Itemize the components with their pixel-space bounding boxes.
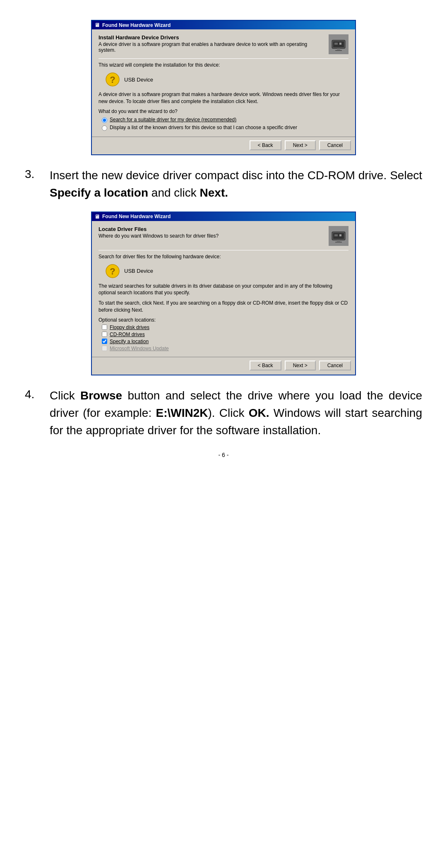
dialog2-checkbox1[interactable] (102, 325, 107, 330)
dialog1-option2-label[interactable]: Display a list of the known drivers for … (110, 125, 297, 130)
dialog1-title: Found New Hardware Wizard (102, 22, 171, 28)
dialog1-radio1[interactable] (102, 118, 107, 123)
dialog1-device-name: USB Device (124, 77, 153, 83)
dialog1-option1-label[interactable]: Search for a suitable driver for my devi… (110, 117, 236, 123)
dialog1-next-button[interactable]: Next > (285, 140, 316, 150)
dialog1-header-subtitle: A device driver is a software program th… (99, 41, 324, 53)
dialog1: 🖥 Found New Hardware Wizard Install Hard… (91, 20, 356, 155)
dialog1-back-button[interactable]: < Back (250, 140, 281, 150)
dialog2-cb1-row: Floppy disk drives (102, 325, 348, 330)
dialog1-section1: This wizard will complete the installati… (99, 62, 348, 68)
svg-text:?: ? (110, 75, 115, 85)
step3-text-middle: and click (148, 186, 200, 199)
step3-text: Insert the new device driver compact dis… (50, 167, 422, 202)
step4-text: Click Browse button and select the drive… (50, 387, 422, 439)
dialog2-body: Locate Driver Files Where do you want Wi… (92, 221, 355, 357)
page-number: - 6 - (25, 452, 422, 458)
dialog1-header-title: Install Hardware Device Drivers (99, 34, 324, 41)
dialog2-title: Found New Hardware Wizard (102, 214, 171, 219)
dialog2-divider (99, 250, 348, 250)
dialog2-device-name: USB Device (124, 268, 153, 274)
dialog2-desc1: The wizard searches for suitable drivers… (99, 283, 348, 297)
dialog2-buttons: < Back Next > Cancel (92, 357, 355, 375)
svg-rect-3 (339, 43, 341, 45)
dialog1-divider (99, 58, 348, 59)
svg-rect-10 (334, 234, 338, 236)
step4-text1: Click (50, 389, 80, 402)
dialog2-cb1-label[interactable]: Floppy disk drives (110, 325, 149, 330)
svg-rect-12 (337, 240, 340, 242)
svg-rect-4 (337, 48, 340, 50)
question-icon2: ? (105, 264, 120, 279)
dialog2-desc2: To start the search, click Next. If you … (99, 300, 348, 314)
dialog1-header-row: Install Hardware Device Drivers A device… (99, 34, 348, 54)
dialog2-checkbox3[interactable] (102, 339, 107, 344)
dialog2-cb2-row: CD-ROM drives (102, 332, 348, 337)
dialog2-header-title: Locate Driver Files (99, 226, 324, 232)
dialog1-buttons: < Back Next > Cancel (92, 137, 355, 154)
dialog1-titlebar: 🖥 Found New Hardware Wizard (92, 21, 355, 29)
step3-container: 3. Insert the new device driver compact … (25, 167, 422, 202)
question-icon: ? (105, 72, 120, 87)
svg-text:?: ? (110, 266, 115, 277)
svg-rect-5 (335, 50, 342, 51)
dialog2-next-button[interactable]: Next > (285, 361, 316, 370)
dialog2-header-text: Locate Driver Files Where do you want Wi… (99, 226, 324, 239)
hardware-icon2-svg (330, 228, 347, 244)
dialog2-cb4-row: Microsoft Windows Update (102, 346, 348, 351)
dialog2-cb3-label[interactable]: Specify a location (110, 339, 149, 344)
svg-rect-2 (334, 43, 338, 45)
dialog2-header-subtitle: Where do you want Windows to search for … (99, 233, 324, 239)
dialog2: 🖥 Found New Hardware Wizard Locate Drive… (91, 212, 356, 375)
svg-rect-11 (339, 234, 341, 236)
dialog1-hw-icon (329, 34, 348, 54)
dialog1-usb-row: ? USB Device (105, 72, 348, 87)
dialog2-usb-row: ? USB Device (105, 264, 348, 279)
dialog1-cancel-button[interactable]: Cancel (319, 140, 351, 150)
dialog2-cb3-row: Specify a location (102, 339, 348, 344)
dialog2-titlebar: 🖥 Found New Hardware Wizard (92, 212, 355, 221)
dialog1-body: Install Hardware Device Drivers A device… (92, 29, 355, 137)
dialog2-cb4-label: Microsoft Windows Update (110, 346, 169, 351)
dialog2-section1: Search for driver files for the followin… (99, 254, 348, 260)
step4-bold1: Browse (80, 389, 122, 402)
step4-number: 4. (25, 387, 50, 401)
step4-container: 4. Click Browse button and select the dr… (25, 387, 422, 439)
dialog1-option1-row: Search for a suitable driver for my devi… (102, 117, 348, 123)
step4-text3: ). Click (208, 406, 248, 419)
dialog2-optional-label: Optional search locations: (99, 317, 348, 323)
dialog2-back-button[interactable]: < Back (250, 361, 281, 370)
dialog2-checkbox4[interactable] (102, 346, 107, 351)
dialog1-desc: A device driver is a software program th… (99, 91, 348, 105)
step4-bold2: E:\WIN2K (156, 406, 208, 419)
step3-number: 3. (25, 167, 50, 181)
dialog2-cb2-label[interactable]: CD-ROM drives (110, 332, 145, 337)
step3-bold2: Next. (200, 186, 228, 199)
hardware-icon-svg (330, 36, 347, 53)
dialog1-question: What do you want the wizard to do? (99, 108, 348, 114)
dialog1-header-text: Install Hardware Device Drivers A device… (99, 34, 324, 53)
step4-bold3: OK. (249, 406, 269, 419)
step3-bold1: Specify a location (50, 186, 148, 199)
dialog2-titlebar-icon: 🖥 (94, 214, 100, 220)
dialog2-header-row: Locate Driver Files Where do you want Wi… (99, 226, 348, 246)
dialog2-hw-icon (329, 226, 348, 246)
dialog2-checkbox2[interactable] (102, 332, 107, 337)
dialog1-radio2[interactable] (102, 125, 107, 131)
dialog1-titlebar-icon: 🖥 (94, 22, 100, 28)
dialog1-option2-row: Display a list of the known drivers for … (102, 125, 348, 131)
svg-rect-13 (335, 242, 342, 243)
dialog2-cancel-button[interactable]: Cancel (319, 361, 351, 370)
step3-text-before: Insert the new device driver compact dis… (50, 169, 422, 182)
